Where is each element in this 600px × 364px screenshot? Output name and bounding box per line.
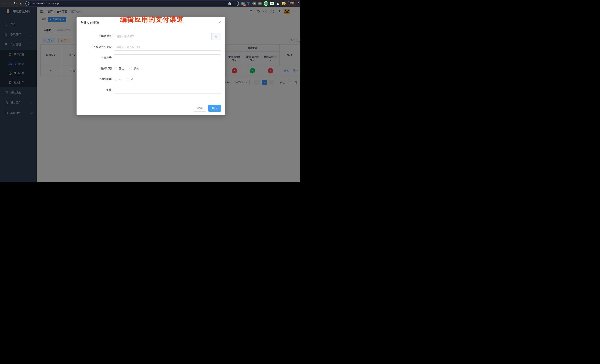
site-info-icon[interactable]: i	[28, 2, 31, 5]
cancel-button[interactable]: 取消	[194, 105, 206, 112]
status-on-radio[interactable]: 开启	[114, 67, 124, 70]
browser-menu-icon[interactable]: ⋮	[297, 1, 300, 5]
profile-avatar-icon[interactable]	[282, 2, 286, 5]
dialog-title: 创建支付渠道	[80, 20, 99, 25]
form-row-rate: 渠道费率 请输入渠道费率 %	[76, 33, 225, 40]
browser-back-icon[interactable]: ←	[1, 0, 7, 7]
extension-command-icon[interactable]: ⌘	[252, 2, 256, 5]
api-v3-radio[interactable]: v3	[126, 78, 133, 81]
create-pay-channel-dialog: 创建支付渠道 ✕ 渠道费率 请输入渠道费率 % 公众号APPID 请输入公众号A…	[76, 17, 225, 115]
appid-placeholder: 请输入公众号APPID	[114, 46, 140, 49]
radio-circle-icon	[114, 67, 117, 70]
extension-chat-icon[interactable]	[270, 2, 274, 5]
extension-y-icon[interactable]: Y	[264, 1, 268, 6]
radio-circle-icon	[114, 78, 117, 81]
form-row-api: API 版本 v2 v3	[76, 76, 225, 83]
extensions-puzzle-icon[interactable]	[276, 2, 280, 5]
remark-input[interactable]	[114, 87, 221, 93]
radio-circle-icon	[126, 78, 129, 81]
bookmark-star-icon[interactable]: ☆	[234, 2, 236, 5]
api-v3-label: v3	[131, 78, 133, 81]
browser-update-button[interactable]: 更新	[288, 1, 296, 6]
rate-label: 渠道费率	[80, 35, 112, 38]
screen: ← → ↻ ⌂ i localhost:1024/pay/app ☆ 10 ⌘ …	[0, 0, 300, 182]
status-label: 渠道状态	[80, 67, 112, 70]
appid-input[interactable]: 请输入公众号APPID	[114, 44, 221, 51]
dialog-close-icon[interactable]: ✕	[218, 20, 221, 24]
rate-append-percent: %	[211, 33, 221, 40]
extension-diamond-icon[interactable]: 10	[241, 2, 244, 5]
status-on-label: 开启	[119, 67, 124, 70]
extension-kite-icon[interactable]	[247, 2, 250, 5]
form-row-remark: 备注	[76, 87, 225, 93]
extension-dot-icon[interactable]	[258, 2, 262, 5]
browser-chrome: ← → ↻ ⌂ i localhost:1024/pay/app ☆ 10 ⌘ …	[0, 0, 300, 7]
status-off-label: 关闭	[134, 67, 139, 70]
status-off-radio[interactable]: 关闭	[129, 67, 139, 70]
rate-input[interactable]: 请输入渠道费率 %	[114, 33, 221, 40]
browser-home-icon[interactable]: ⌂	[19, 0, 24, 7]
mch-input[interactable]	[114, 55, 221, 61]
api-v2-label: v2	[119, 78, 122, 81]
api-v2-radio[interactable]: v2	[114, 78, 122, 81]
rate-placeholder: 请输入渠道费率	[114, 35, 134, 38]
api-version-label: API 版本	[80, 78, 112, 81]
url-bar[interactable]: i localhost:1024/pay/app ☆	[25, 1, 239, 6]
browser-forward-icon[interactable]: →	[7, 0, 12, 7]
confirm-button[interactable]: 确定	[208, 105, 221, 112]
radio-circle-icon	[129, 67, 132, 70]
form-row-status: 渠道状态 开启 关闭	[76, 65, 225, 72]
appid-label: 公众号APPID	[80, 45, 112, 49]
remark-label: 备注	[80, 88, 112, 92]
extensions-row: 10 ⌘ Y	[241, 0, 286, 7]
browser-reload-icon[interactable]: ↻	[13, 0, 18, 7]
form-row-mch: 商户号	[76, 55, 225, 61]
share-icon[interactable]	[228, 2, 231, 5]
form-row-appid: 公众号APPID 请输入公众号APPID	[76, 44, 225, 51]
red-annotation-text: 编辑应用的支付渠道	[120, 15, 184, 24]
extension-badge: 10	[243, 4, 246, 6]
app-root: 芋道管理系统 首页 系统管理 ¥ 支付管理	[0, 7, 300, 182]
mch-label: 商户号	[80, 56, 112, 59]
url-text: localhost:1024/pay/app	[33, 2, 59, 5]
